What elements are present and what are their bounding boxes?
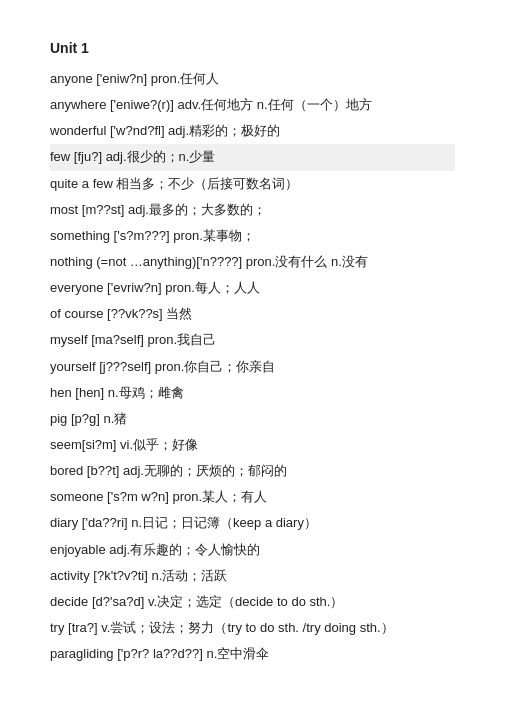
- vocab-item: paragliding ['p?r? la??d??] n.空中滑伞: [50, 641, 455, 667]
- vocab-item: everyone ['evriw?n] pron.每人；人人: [50, 275, 455, 301]
- vocab-item: pig [p?g] n.猪: [50, 406, 455, 432]
- vocabulary-list: anyone ['eniw?n] pron.任何人anywhere ['eniw…: [50, 66, 455, 667]
- vocab-item: nothing (=not …anything)['n????] pron.没有…: [50, 249, 455, 275]
- vocab-item: wonderful ['w?nd?fl] adj.精彩的；极好的: [50, 118, 455, 144]
- vocab-item: myself [ma?self] pron.我自己: [50, 327, 455, 353]
- vocab-item: anywhere ['eniwe?(r)] adv.任何地方 n.任何（一个）地…: [50, 92, 455, 118]
- vocab-item: someone ['s?m w?n] pron.某人；有人: [50, 484, 455, 510]
- vocab-item: seem[si?m] vi.似乎；好像: [50, 432, 455, 458]
- vocab-item: something ['s?m???] pron.某事物；: [50, 223, 455, 249]
- vocab-item: enjoyable adj.有乐趣的；令人愉快的: [50, 537, 455, 563]
- vocab-item: anyone ['eniw?n] pron.任何人: [50, 66, 455, 92]
- vocab-item: diary ['da??ri] n.日记；日记簿（keep a diary）: [50, 510, 455, 536]
- vocab-item: try [tra?] v.尝试；设法；努力（try to do sth. /tr…: [50, 615, 455, 641]
- vocab-item: decide [d?'sa?d] v.决定；选定（decide to do st…: [50, 589, 455, 615]
- vocab-item: yourself [j???self] pron.你自己；你亲自: [50, 354, 455, 380]
- vocab-item: few [fju?] adj.很少的；n.少量: [50, 144, 455, 170]
- vocab-item: hen [hen] n.母鸡；雌禽: [50, 380, 455, 406]
- vocab-item: most [m??st] adj.最多的；大多数的；: [50, 197, 455, 223]
- vocab-item: bored [b??t] adj.无聊的；厌烦的；郁闷的: [50, 458, 455, 484]
- vocab-item: of course [??vk??s] 当然: [50, 301, 455, 327]
- unit-title: Unit 1: [50, 40, 455, 56]
- vocab-item: quite a few 相当多；不少（后接可数名词）: [50, 171, 455, 197]
- vocab-item: activity [?k't?v?ti] n.活动；活跃: [50, 563, 455, 589]
